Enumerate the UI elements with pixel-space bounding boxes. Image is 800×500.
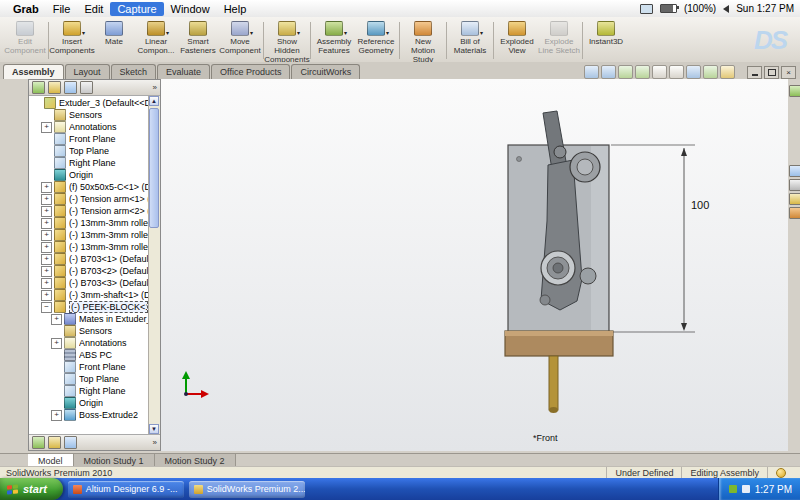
- menubar-clock[interactable]: Sun 1:27 PM: [736, 3, 794, 14]
- design-library-icon[interactable]: [789, 165, 800, 177]
- tree-item[interactable]: Origin: [29, 169, 148, 181]
- tree-item-selected[interactable]: (-) PEEK-BLOCK<1> (Default<<: [29, 301, 148, 313]
- tab-office-products[interactable]: Office Products: [211, 64, 290, 79]
- restore-button[interactable]: [764, 66, 779, 79]
- minimize-button[interactable]: [747, 66, 762, 79]
- appearances-icon[interactable]: [789, 193, 800, 205]
- scroll-thumb[interactable]: [149, 108, 159, 228]
- graphics-area[interactable]: 100: [161, 79, 788, 451]
- tree-item[interactable]: Top Plane: [29, 145, 148, 157]
- menu-help[interactable]: Help: [217, 2, 254, 16]
- tree-item[interactable]: (-) 13mm-3mm roller<2> (Defau: [29, 229, 148, 241]
- tree-scrollbar[interactable]: ▲ ▼: [148, 96, 160, 434]
- tree-item[interactable]: Mates in Extuder_3: [29, 313, 148, 325]
- expand-toggle-icon[interactable]: [51, 314, 62, 325]
- menu-capture[interactable]: Capture: [110, 2, 163, 16]
- scroll-down-icon[interactable]: ▼: [149, 424, 159, 434]
- new-motion-study-button[interactable]: New Motion Study: [402, 18, 444, 63]
- apply-scene-icon[interactable]: [720, 65, 735, 79]
- bill-of-materials-button[interactable]: Bill of Materials: [449, 18, 491, 63]
- tray-icon-2[interactable]: [742, 485, 750, 493]
- tree-item[interactable]: Top Plane: [29, 373, 148, 385]
- edit-appearance-icon[interactable]: [703, 65, 718, 79]
- tree-item[interactable]: Right Plane: [29, 385, 148, 397]
- solidworks-resources-icon[interactable]: [789, 85, 800, 97]
- file-explorer-icon[interactable]: [789, 179, 800, 191]
- tree-item[interactable]: Annotations: [29, 337, 148, 349]
- expand-toggle-icon[interactable]: [41, 266, 52, 277]
- propertymanager-tab-icon[interactable]: [48, 436, 61, 449]
- close-button[interactable]: ×: [781, 66, 796, 79]
- collapse-toggle-icon[interactable]: [41, 302, 52, 313]
- panel-overflow-icon[interactable]: »: [153, 438, 157, 447]
- expand-toggle-icon[interactable]: [51, 410, 62, 421]
- expand-toggle-icon[interactable]: [51, 338, 62, 349]
- configurationmanager-tab-icon[interactable]: [64, 436, 77, 449]
- previous-view-icon[interactable]: [618, 65, 633, 79]
- taskbar-clock[interactable]: 1:27 PM: [755, 484, 792, 495]
- volume-icon[interactable]: [723, 5, 729, 13]
- tab-evaluate[interactable]: Evaluate: [157, 64, 210, 79]
- tree-item[interactable]: (-) 3mm-shaft<1> (Default<<D: [29, 289, 148, 301]
- tray-icon-1[interactable]: [729, 485, 737, 493]
- configurationmanager-tab-icon[interactable]: [64, 81, 77, 94]
- panel-overflow-icon[interactable]: »: [153, 83, 157, 92]
- custom-properties-icon[interactable]: [789, 207, 800, 219]
- expand-toggle-icon[interactable]: [41, 230, 52, 241]
- tree-item[interactable]: (-) 13mm-3mm roller<3> (Defau: [29, 241, 148, 253]
- tab-circuitworks[interactable]: CircuitWorks: [291, 64, 360, 79]
- expand-toggle-icon[interactable]: [41, 194, 52, 205]
- dimxpert-tab-icon[interactable]: [80, 81, 93, 94]
- hide-show-items-icon[interactable]: [686, 65, 701, 79]
- move-component-button[interactable]: Move Component: [219, 18, 261, 63]
- tree-item[interactable]: (-) B703<1> (Default<<Default: [29, 253, 148, 265]
- tree-item[interactable]: (f) 50x50x5-C<1> (Default<<D: [29, 181, 148, 193]
- tree-item[interactable]: (-) B703<3> (Default<<Default: [29, 277, 148, 289]
- expand-toggle-icon[interactable]: [41, 206, 52, 217]
- insert-components-button[interactable]: Insert Components: [51, 18, 93, 63]
- tree-item[interactable]: Origin: [29, 397, 148, 409]
- smart-fasteners-button[interactable]: Smart Fasteners: [177, 18, 219, 63]
- expand-toggle-icon[interactable]: [41, 278, 52, 289]
- linear-component-pattern-button[interactable]: Linear Compon...: [135, 18, 177, 63]
- start-button[interactable]: start: [0, 478, 63, 500]
- featuremanager-tab-icon[interactable]: [32, 436, 45, 449]
- menu-edit[interactable]: Edit: [77, 2, 110, 16]
- taskbar-window-altium[interactable]: Altium Designer 6.9 -...: [68, 481, 184, 498]
- menu-file[interactable]: File: [46, 2, 78, 16]
- tree-item[interactable]: (-) 13mm-3mm roller<1> (Defau: [29, 217, 148, 229]
- tab-assembly[interactable]: Assembly: [3, 64, 64, 79]
- mate-button[interactable]: Mate: [93, 18, 135, 63]
- scroll-up-icon[interactable]: ▲: [149, 96, 159, 106]
- tree-item[interactable]: Front Plane: [29, 133, 148, 145]
- menu-grab[interactable]: Grab: [6, 2, 46, 16]
- exploded-view-button[interactable]: Exploded View: [496, 18, 538, 63]
- tree-item[interactable]: Extuder_3 (Default<<Default: [29, 97, 148, 109]
- tree-item[interactable]: Boss-Extrude2: [29, 409, 148, 421]
- section-view-icon[interactable]: [635, 65, 650, 79]
- tree-item[interactable]: (-) B703<2> (Default<<Default: [29, 265, 148, 277]
- view-orientation-icon[interactable]: [652, 65, 667, 79]
- tree-item[interactable]: Sensors: [29, 109, 148, 121]
- expand-toggle-icon[interactable]: [41, 242, 52, 253]
- zoom-area-icon[interactable]: [601, 65, 616, 79]
- expand-toggle-icon[interactable]: [41, 254, 52, 265]
- taskbar-window-solidworks[interactable]: SolidWorks Premium 2...: [189, 481, 305, 498]
- tree-item[interactable]: Sensors: [29, 325, 148, 337]
- instant3d-button[interactable]: Instant3D: [585, 18, 627, 63]
- expand-toggle-icon[interactable]: [41, 182, 52, 193]
- tab-layout[interactable]: Layout: [65, 64, 110, 79]
- quick-tips-icon[interactable]: [776, 468, 786, 478]
- display-style-icon[interactable]: [669, 65, 684, 79]
- expand-toggle-icon[interactable]: [41, 218, 52, 229]
- expand-toggle-icon[interactable]: [41, 290, 52, 301]
- assembly-features-button[interactable]: Assembly Features: [313, 18, 355, 63]
- tree-item[interactable]: (-) Tension arm<1> (Default<<: [29, 193, 148, 205]
- tree-item[interactable]: Annotations: [29, 121, 148, 133]
- zoom-fit-icon[interactable]: [584, 65, 599, 79]
- display-icon[interactable]: [640, 4, 653, 14]
- tree-item[interactable]: Right Plane: [29, 157, 148, 169]
- featuremanager-tab-icon[interactable]: [32, 81, 45, 94]
- menu-window[interactable]: Window: [164, 2, 217, 16]
- tree-item[interactable]: (-) Tension arm<2> (Default<: [29, 205, 148, 217]
